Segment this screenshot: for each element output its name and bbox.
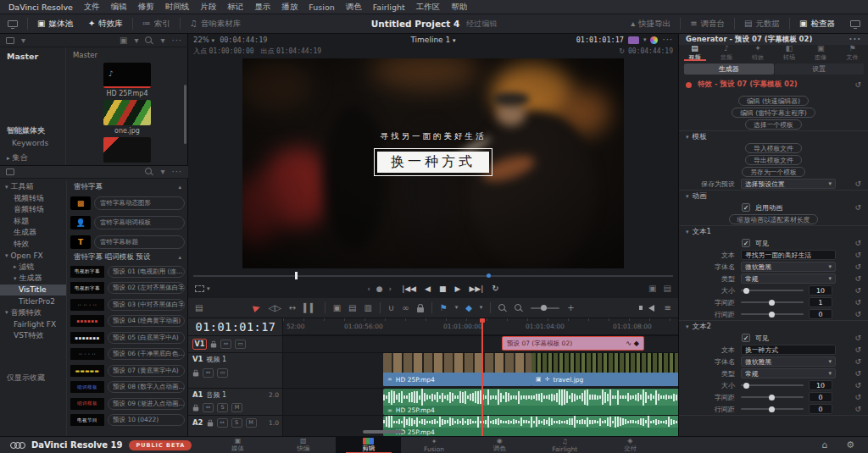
timeline-clip-title[interactable]: 预设 07 (字幕模板 02) bbox=[502, 336, 644, 351]
menu-edit[interactable]: 编辑 bbox=[111, 2, 127, 13]
subtab-generator[interactable]: 生成器 bbox=[684, 64, 774, 75]
goto-end-button[interactable]: ▶▶| bbox=[469, 285, 483, 293]
reset-icon[interactable] bbox=[854, 334, 861, 342]
project-manager-icon[interactable] bbox=[821, 439, 827, 450]
preset-item[interactable]: 电视剧字幕预设 02 (左对齐黑体白字) bbox=[67, 280, 188, 297]
index-toggle[interactable]: 索引 bbox=[135, 14, 178, 33]
timeline-scrollbar[interactable] bbox=[363, 430, 403, 434]
text2-type-select[interactable]: 常规 bbox=[741, 368, 836, 378]
zoom-full-icon[interactable] bbox=[498, 304, 507, 312]
reset-icon[interactable] bbox=[854, 180, 861, 188]
page-edit[interactable]: 剪辑 bbox=[336, 437, 401, 453]
text1-linespacing-value[interactable]: 0 bbox=[809, 309, 832, 319]
app-menu[interactable]: DaVinci Resolve bbox=[8, 3, 73, 12]
section-text1[interactable]: 文本1 bbox=[679, 225, 868, 237]
page-color[interactable]: ◉调色 bbox=[467, 437, 532, 453]
smart-bins-label[interactable]: 智能媒体夹 bbox=[7, 125, 45, 136]
chevron-down-icon[interactable] bbox=[160, 168, 164, 176]
effects-library-toggle[interactable]: 特效库 bbox=[81, 14, 131, 33]
reset-icon[interactable] bbox=[854, 262, 861, 271]
bin-item-collections[interactable]: 集合 bbox=[7, 152, 27, 163]
mute-button[interactable]: M bbox=[231, 403, 242, 412]
page-fairlight[interactable]: Fairlight bbox=[532, 437, 598, 453]
collapse-icon[interactable] bbox=[178, 254, 181, 261]
timeline-view-options-icon[interactable] bbox=[665, 304, 671, 312]
reset-icon[interactable] bbox=[854, 298, 861, 307]
track-header-v1[interactable]: V1 视频 1 bbox=[188, 354, 283, 364]
text2-linespacing-slider[interactable] bbox=[741, 408, 804, 410]
favorites-only-label[interactable]: 仅显示收藏 bbox=[7, 373, 45, 384]
clip-filmstrip[interactable] bbox=[531, 353, 678, 373]
trim-edit-icon[interactable]: ◁▷ bbox=[268, 304, 281, 312]
auto-select-icon[interactable]: ↔ bbox=[203, 403, 214, 412]
zoom-detail-icon[interactable] bbox=[515, 304, 523, 312]
preset-item[interactable]: ·· · · ··预设 06 (干净黑底白色… bbox=[67, 346, 188, 363]
menu-fusion[interactable]: Fusion bbox=[309, 3, 334, 12]
preset-location-select[interactable]: 选择预设位置 bbox=[741, 179, 836, 189]
text2-charspacing-slider[interactable] bbox=[741, 396, 804, 398]
menu-playback[interactable]: 播放 bbox=[281, 2, 298, 13]
menu-fairlight[interactable]: Fairlight bbox=[373, 3, 405, 12]
loop-button[interactable] bbox=[492, 285, 498, 293]
fx-enable-toggle[interactable] bbox=[686, 82, 692, 88]
preset-item[interactable]: ▪▪▪▪▪▪预设 04 (经典黄字动画) bbox=[67, 313, 188, 330]
remote-monitor-button-right[interactable] bbox=[843, 14, 868, 33]
text2-linespacing-value[interactable]: 0 bbox=[809, 404, 832, 414]
reset-icon[interactable] bbox=[854, 345, 861, 354]
insert-clip-icon[interactable] bbox=[333, 304, 341, 312]
razor-tool-icon[interactable]: ▍▍ bbox=[303, 304, 316, 312]
video-frame[interactable]: 寻找另一面的美好生活 换一种方式 bbox=[242, 58, 624, 268]
text2-text-input[interactable]: 换一种方式 bbox=[741, 345, 836, 355]
tree-item-titlerpro2[interactable]: TitlerPro2 bbox=[0, 296, 66, 307]
text1-charspacing-value[interactable]: 1 bbox=[809, 297, 832, 307]
subtab-settings[interactable]: 设置 bbox=[775, 64, 865, 75]
auto-select-icon[interactable]: ↔ bbox=[220, 340, 231, 349]
section-template[interactable]: 模板 bbox=[679, 130, 868, 142]
text1-charspacing-slider[interactable] bbox=[741, 301, 804, 303]
menu-timeline[interactable]: 时间线 bbox=[165, 2, 190, 13]
page-fusion[interactable]: Fusion bbox=[401, 437, 466, 453]
text2-font-select[interactable]: 微软雅黑 bbox=[741, 356, 836, 367]
viewer-scrub-bar[interactable] bbox=[188, 273, 678, 279]
menu-help[interactable]: 帮助 bbox=[451, 2, 467, 13]
tree-item-ofx-generators[interactable]: 生成器 bbox=[0, 273, 66, 285]
options-icon[interactable] bbox=[171, 36, 182, 45]
preset-item[interactable]: 唱词模板预设 08 (数字入点动画… bbox=[67, 379, 188, 396]
reset-icon[interactable] bbox=[854, 239, 861, 247]
preset-item[interactable]: ▪▪▪▪▪▪▪预设 05 (白底黑字中A) bbox=[67, 329, 188, 346]
track-lock-icon[interactable] bbox=[193, 373, 198, 377]
goto-start-button[interactable]: |◀◀ bbox=[402, 285, 416, 293]
reset-icon[interactable] bbox=[854, 381, 861, 389]
mixer-toggle[interactable]: 调音台 bbox=[682, 14, 732, 33]
tree-item-video-transitions[interactable]: 视频转场 bbox=[0, 193, 66, 205]
position-lock-icon[interactable] bbox=[417, 307, 424, 312]
text1-linespacing-slider[interactable] bbox=[741, 313, 804, 315]
choose-template-button[interactable]: 选择一个模板 bbox=[745, 119, 802, 130]
tree-item-effects[interactable]: 特效 bbox=[0, 239, 66, 251]
track-enable-icon[interactable]: ▭ bbox=[235, 340, 246, 349]
media-clip[interactable]: one.jpg bbox=[66, 100, 188, 135]
reset-icon[interactable] bbox=[854, 251, 861, 259]
auto-select-icon[interactable]: ↔ bbox=[217, 418, 228, 428]
tree-item-filters[interactable]: 滤镜 bbox=[0, 262, 66, 273]
chevron-down-icon[interactable] bbox=[160, 36, 164, 45]
timeline-clip-audio2[interactable]: HD 25P.mp4 bbox=[383, 416, 678, 436]
reset-icon[interactable] bbox=[854, 369, 861, 378]
preset-item[interactable]: 电视节目预设 10 (0422) bbox=[67, 412, 188, 429]
destination-selector[interactable]: V1 bbox=[192, 339, 207, 350]
menu-color[interactable]: 调色 bbox=[346, 2, 362, 13]
tree-item-fairlight-fx[interactable]: Fairlight FX bbox=[0, 318, 66, 330]
tree-item-audio-transitions[interactable]: 音频转场 bbox=[0, 204, 66, 216]
options-icon[interactable] bbox=[171, 168, 182, 176]
menu-mark[interactable]: 标记 bbox=[227, 2, 243, 13]
search-icon[interactable] bbox=[145, 36, 153, 45]
group-header-presets[interactable]: 雷特字幕 唱词模板 预设 bbox=[67, 251, 188, 263]
step-back-button[interactable]: ◀ bbox=[425, 285, 431, 293]
reset-icon[interactable] bbox=[854, 357, 861, 366]
text2-charspacing-value[interactable]: 0 bbox=[809, 392, 832, 402]
track-lane-title[interactable]: 预设 07 (字幕模板 02) bbox=[283, 336, 678, 351]
import-template-button[interactable]: 导入模板文件 bbox=[745, 143, 802, 153]
effect-item[interactable]: ▩雷特字幕动态图形 bbox=[67, 193, 188, 213]
bin-item-keywords[interactable]: Keywords bbox=[12, 139, 48, 147]
chevron-down-icon[interactable] bbox=[134, 36, 138, 45]
